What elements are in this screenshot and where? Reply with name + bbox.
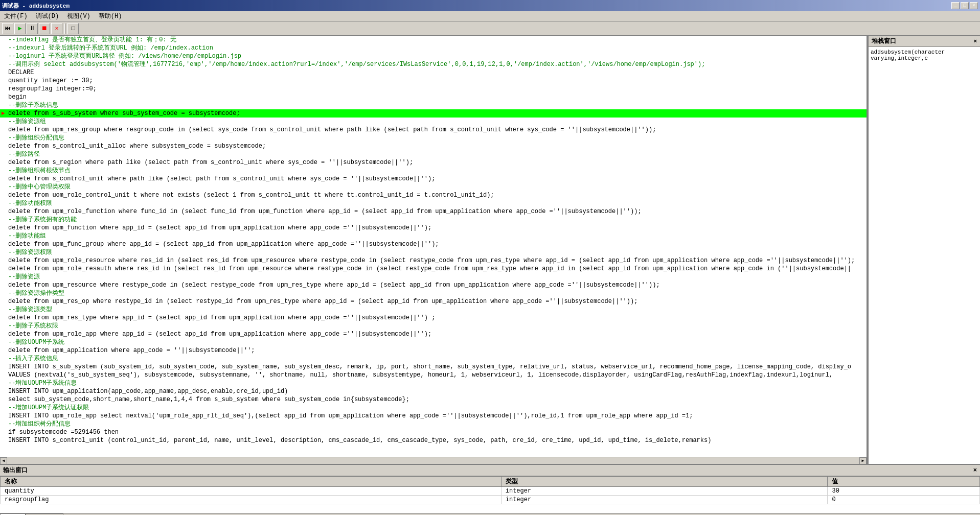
horizontal-scrollbar[interactable]: ◀ ▶ [0,457,867,464]
line-text: resgroupflag integer:=0; [6,85,97,93]
line-text: --删除中心管理类权限 [6,183,71,191]
scroll-left-btn[interactable]: ◀ [0,457,7,464]
line-indicator [0,77,6,85]
cell-type: integer [501,496,828,504]
code-line: select sub_system_code,short_name,short_… [0,395,867,404]
code-line: delete from upm_role_resauth where res_i… [0,265,867,273]
line-indicator [0,232,6,240]
code-line: delete from s_control_unit_alloc where s… [0,142,867,150]
line-text: --删除路径 [6,150,40,158]
code-line: --删除子系统权限 [0,322,867,330]
line-indicator [0,158,6,167]
code-line: --删除子系统信息 [0,101,867,109]
line-indicator [0,322,6,330]
code-line: --删除组织分配信息 [0,134,867,142]
maximize-button[interactable]: □ [961,2,969,9]
code-line: INSERT INTO s_sub_system (sub_system_id,… [0,363,867,371]
toolbar-btn-stop[interactable]: ⏹ [39,23,50,34]
minimize-button[interactable]: _ [951,2,960,9]
line-text: --删除资源 [6,273,40,281]
line-text: --插入子系统信息 [6,355,58,363]
line-text: if subsystemcode =5291456 then [6,428,119,436]
code-line: INSERT INTO upm_role_app select nextval(… [0,412,867,420]
line-indicator [0,256,6,265]
line-text: --删除UOUPM子系统 [6,338,64,346]
stack-text: addsubsystem(character varying,integer,c [871,49,945,61]
toolbar-btn-close[interactable]: ✕ [51,23,62,34]
line-text: delete from upm_application where app_co… [6,346,255,355]
line-indicator [0,273,6,281]
toolbar-btn-pause[interactable]: ⏸ [27,23,38,34]
line-indicator [0,191,6,199]
line-indicator [0,281,6,289]
toolbar-btn-square[interactable]: □ [67,23,79,34]
toolbar-separator [64,24,65,34]
line-indicator [0,68,6,77]
code-line: DECLARE [0,68,867,77]
toolbar-btn-play[interactable]: ▶ [14,23,26,34]
line-text: delete from upm_res_op where restype_id … [6,297,637,306]
line-text: select sub_system_code,short_name,short_… [6,395,409,404]
line-indicator [0,175,6,183]
code-line: delete from s_control_unit where path li… [0,175,867,183]
line-text: delete from upm_role_app where app_id = … [6,330,431,338]
menu-debug[interactable]: 调试(D) [32,11,63,21]
code-line: --增加组织树分配信息 [0,420,867,428]
line-text: --删除资源操作类型 [6,289,64,297]
line-indicator [0,330,6,338]
code-line: --删除资源 [0,273,867,281]
line-indicator [0,93,6,101]
menu-file[interactable]: 文件(F) [0,11,32,21]
table-row: quantityinteger30 [1,487,980,496]
code-line: VALUES (nextval('s_sub_system_seq'), sub… [0,371,867,379]
close-button[interactable]: × [970,2,978,9]
line-text: delete from upm_role_function where func… [6,207,642,216]
menu-view[interactable]: 视图(V) [63,11,95,21]
code-line: resgroupflag integer:=0; [0,85,867,93]
stack-panel-close[interactable]: × [973,38,977,44]
line-text: --删除资源组 [6,118,46,126]
line-text: delete from upm_role_resauth where res_i… [6,265,851,273]
line-indicator [0,363,6,371]
line-indicator [0,314,6,322]
line-indicator [0,52,6,60]
line-indicator [0,101,6,109]
line-text: delete from s_control_unit_alloc where s… [6,142,266,150]
code-line: --删除组织树根级节点 [0,167,867,175]
variables-table: 名称 类型 值 quantityinteger30resgroupflagint… [0,476,980,504]
code-line: --删除功能组 [0,232,867,240]
output-table: 名称 类型 值 quantityinteger30resgroupflagint… [0,476,980,513]
line-indicator [0,150,6,158]
code-line: --删除资源组 [0,118,867,126]
line-indicator [0,420,6,428]
window-controls[interactable]: _ □ × [951,2,978,9]
line-indicator [0,428,6,436]
table-row: resgroupflaginteger0 [1,496,980,504]
code-line: delete from upm_res_type where app_id = … [0,314,867,322]
line-text: quantity integer := 30; [6,77,93,85]
menu-help[interactable]: 帮助(H) [95,11,126,21]
line-indicator [0,355,6,363]
toolbar: ⏮ ▶ ⏸ ⏹ ✕ □ [0,21,980,36]
code-content[interactable]: --indexflag 是否有独立首页、登录页功能 1: 有；0: 无--ind… [0,36,867,457]
scroll-right-btn[interactable]: ▶ [859,457,867,464]
code-line: --增加UOUPM子系统认证权限 [0,404,867,412]
line-text: delete from s_control_unit where path li… [6,175,435,183]
cell-value: 0 [828,496,980,504]
code-line: INSERT INTO upm_application(app_code,app… [0,387,867,395]
stack-panel-title: 堆栈窗口 [872,37,896,45]
line-indicator [0,404,6,412]
line-indicator [0,85,6,93]
menu-bar: 文件(F) 调试(D) 视图(V) 帮助(H) [0,11,980,21]
line-indicator [0,118,6,126]
line-indicator [0,216,6,224]
output-panel-close[interactable]: × [973,467,977,474]
scroll-track[interactable] [7,458,859,464]
code-line: if subsystemcode =5291456 then [0,428,867,436]
line-indicator [0,207,6,216]
line-indicator [0,346,6,355]
toolbar-btn-first[interactable]: ⏮ [2,23,13,34]
code-line: --删除子系统拥有的功能 [0,216,867,224]
line-indicator [0,248,6,256]
line-indicator [0,60,6,68]
